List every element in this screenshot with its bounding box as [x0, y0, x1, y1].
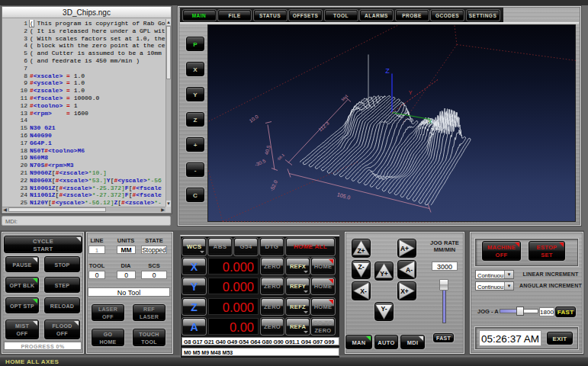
svg-text:Y-: Y- [381, 305, 387, 313]
svg-text:112.3: 112.3 [317, 120, 330, 132]
svg-text:A+: A+ [400, 245, 409, 252]
svg-text:X+: X+ [400, 287, 409, 295]
svg-text:56.1: 56.1 [340, 93, 349, 101]
svg-text:Z-: Z- [358, 263, 364, 271]
svg-text:105.0: 105.0 [336, 191, 351, 201]
svg-text:-52.0: -52.0 [268, 178, 278, 191]
svg-text:Y+: Y+ [380, 270, 388, 278]
svg-text:Y: Y [409, 89, 413, 95]
svg-text:Z+: Z+ [357, 247, 365, 255]
svg-text:X-: X- [360, 287, 367, 295]
svg-text:10.0: 10.0 [248, 113, 259, 123]
svg-text:-56.1: -56.1 [275, 152, 285, 161]
svg-text:40.5: 40.5 [264, 144, 272, 155]
svg-text:X: X [428, 117, 432, 124]
svg-text:Z: Z [385, 66, 390, 74]
svg-text:-30.5: -30.5 [254, 157, 267, 167]
svg-text:A-: A- [406, 266, 413, 274]
